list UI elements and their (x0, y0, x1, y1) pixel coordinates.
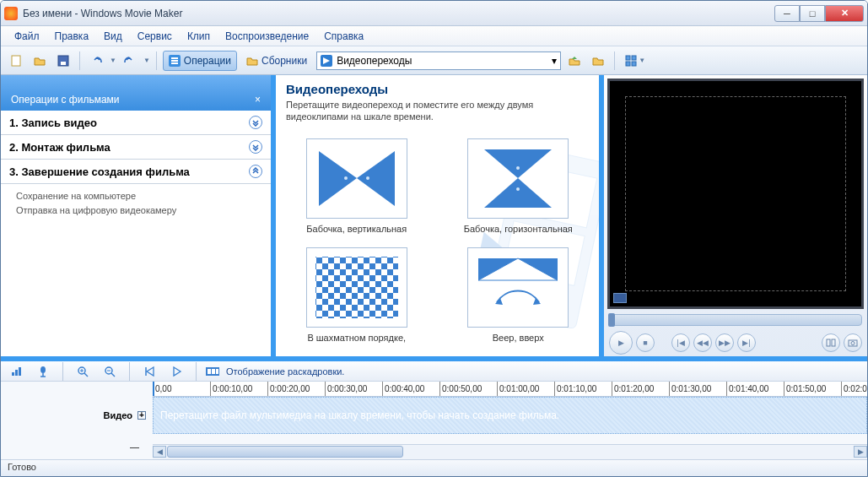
zoom-in-button[interactable] (73, 361, 93, 382)
redo-button[interactable] (120, 51, 140, 71)
collections-toggle[interactable]: Сборники (240, 51, 313, 71)
view-mode-button[interactable]: ▼ (621, 51, 650, 71)
ruler-tick: 0:00:50,00 (439, 382, 497, 396)
folder-icon (246, 55, 258, 67)
svg-rect-10 (626, 62, 630, 66)
tl-rewind-button[interactable] (139, 361, 159, 382)
up-folder-button[interactable] (564, 51, 585, 71)
open-button[interactable] (30, 51, 50, 71)
transition-butterfly-vertical[interactable]: Бабочка, вертикальная (288, 138, 426, 234)
scroll-left-button[interactable]: ◀ (153, 446, 166, 458)
svg-rect-32 (832, 339, 835, 346)
collapse-icon[interactable] (249, 165, 262, 178)
svg-rect-36 (15, 370, 18, 376)
tasks-close-button[interactable]: × (255, 94, 261, 106)
prev-button[interactable]: |◀ (671, 333, 690, 352)
timeline: Отображение раскадровки. Видео + — 0,00 … (1, 356, 867, 459)
undo-button[interactable] (86, 51, 106, 71)
subtask-save-computer[interactable]: Сохранение на компьютере (16, 189, 256, 203)
new-button[interactable] (6, 51, 26, 71)
playback-controls: ▶ ■ |◀ ◀◀ ▶▶ ▶| (604, 329, 867, 356)
preview-monitor[interactable] (607, 79, 864, 309)
tasks-title: Операции с фильмами (11, 94, 120, 106)
operations-toggle[interactable]: Операции (163, 51, 237, 71)
expand-icon[interactable] (249, 140, 262, 154)
svg-marker-46 (147, 367, 154, 376)
collection-dropdown[interactable]: Видеопереходы ▾ (316, 51, 561, 70)
minimize-button[interactable]: ─ (774, 5, 800, 22)
narrate-button[interactable] (33, 361, 53, 382)
menu-view[interactable]: Вид (97, 28, 129, 45)
task-finish-movie[interactable]: 3. Завершение создания фильма (1, 160, 271, 184)
maximize-button[interactable]: □ (800, 5, 825, 22)
menu-edit[interactable]: Правка (48, 28, 96, 45)
tasks-icon (169, 55, 181, 67)
tasks-pane: Операции с фильмами × 1. Запись видео 2.… (1, 75, 271, 356)
fullscreen-button[interactable] (613, 293, 627, 303)
storyboard-toggle[interactable]: Отображение раскадровки. (226, 366, 344, 377)
task-capture-video[interactable]: 1. Запись видео (1, 111, 271, 135)
svg-point-19 (366, 176, 369, 180)
seek-bar[interactable] (609, 314, 862, 326)
svg-marker-16 (319, 151, 357, 206)
svg-point-18 (344, 176, 348, 180)
subtask-send-camera[interactable]: Отправка на цифровую видеокамеру (16, 203, 256, 218)
tl-play-button[interactable] (166, 361, 186, 382)
save-button[interactable] (53, 51, 73, 71)
seek-knob[interactable] (608, 313, 615, 327)
stop-button[interactable]: ■ (636, 333, 655, 352)
snapshot-button[interactable] (844, 333, 862, 352)
toolbar: ▼ ▼ Операции Сборники Видеопереходы ▾ ▼ (1, 46, 867, 75)
rewind-button[interactable]: ◀◀ (693, 333, 712, 352)
transitions-icon (321, 55, 332, 67)
playhead[interactable] (153, 382, 154, 397)
main-area: Операции с фильмами × 1. Запись видео 2.… (1, 75, 867, 356)
storyboard-icon (206, 366, 219, 377)
track-expand-icon[interactable]: + (137, 411, 146, 420)
task-label: 2. Монтаж фильма (9, 141, 111, 154)
app-icon (4, 7, 18, 20)
operations-label: Операции (184, 55, 231, 67)
svg-point-34 (851, 342, 855, 345)
scroll-right-button[interactable]: ▶ (854, 446, 867, 458)
transition-checkerboard[interactable]: В шахматном порядке, (288, 247, 426, 343)
menu-clip[interactable]: Клип (181, 28, 217, 45)
subtasks: Сохранение на компьютере Отправка на циф… (1, 184, 271, 222)
new-folder-button[interactable] (588, 51, 608, 71)
transition-butterfly-horizontal[interactable]: Бабочка, горизонтальная (450, 138, 588, 234)
collections-label: Сборники (261, 55, 307, 67)
menu-tools[interactable]: Сервис (131, 28, 179, 45)
task-edit-movie[interactable]: 2. Монтаж фильма (1, 135, 271, 160)
ruler-tick: 0:01:00,00 (497, 382, 554, 396)
close-button[interactable]: ✕ (825, 5, 864, 22)
statusbar: Готово (1, 459, 867, 476)
svg-rect-0 (12, 56, 20, 66)
svg-marker-17 (357, 151, 395, 206)
titlebar[interactable]: Без имени - Windows Movie Maker ─ □ ✕ (1, 1, 867, 26)
menu-help[interactable]: Справка (317, 28, 370, 45)
task-label: 3. Завершение создания фильма (9, 165, 190, 178)
menu-play[interactable]: Воспроизведение (218, 28, 315, 45)
video-label-text: Видео (103, 410, 132, 420)
forward-button[interactable]: ▶▶ (715, 333, 734, 352)
menu-file[interactable]: Файл (8, 28, 46, 45)
video-track[interactable]: Перетащите файл мультимедиа на шкалу вре… (153, 397, 867, 434)
svg-rect-52 (216, 369, 218, 374)
timeline-scrollbar[interactable]: ◀ ▶ (153, 444, 867, 459)
ruler-tick: 0:01:40,00 (726, 382, 784, 396)
timeline-ruler[interactable]: 0,00 0:00:10,00 0:00:20,00 0:00:30,00 0:… (153, 382, 867, 397)
zoom-out-button[interactable] (100, 361, 120, 382)
next-button[interactable]: ▶| (737, 333, 756, 352)
svg-rect-31 (827, 339, 830, 346)
play-button[interactable]: ▶ (609, 331, 633, 355)
video-track-hint: Перетащите файл мультимедиа на шкалу вре… (160, 409, 559, 421)
menubar: Файл Правка Вид Сервис Клип Воспроизведе… (1, 26, 867, 46)
transition-fan-up[interactable]: Веер, вверх (450, 247, 588, 343)
svg-rect-50 (208, 369, 211, 374)
transition-label: В шахматном порядке, (288, 333, 426, 343)
svg-rect-26 (315, 257, 398, 318)
expand-icon[interactable] (249, 116, 262, 129)
scroll-thumb[interactable] (167, 446, 403, 458)
split-button[interactable] (822, 333, 840, 352)
timeline-levels-button[interactable] (6, 361, 26, 382)
